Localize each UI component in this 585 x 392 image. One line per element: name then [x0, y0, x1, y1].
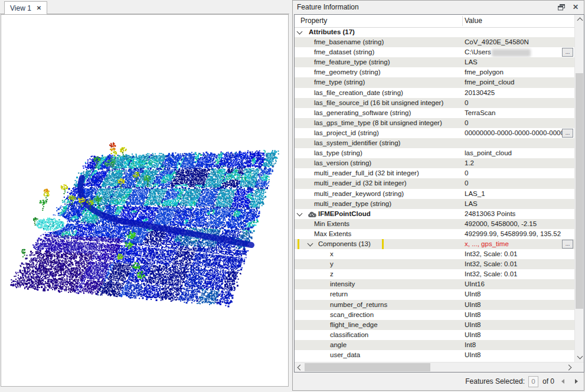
property-value: 00000000-0000-0000-0000-00000.: [465, 129, 570, 136]
next-feature-icon[interactable]: [575, 379, 578, 384]
property-value: Int32, Scale: 0.01: [465, 250, 518, 257]
property-cell: Max Extents: [295, 229, 463, 239]
property-label: user_data: [295, 350, 360, 360]
property-label: Attributes (17): [295, 27, 355, 37]
property-label: multi_reader_id (32 bit integer): [295, 178, 407, 188]
value-cell: LAS: [463, 199, 574, 209]
table-row[interactable]: las_system_identifier (string): [295, 138, 574, 148]
property-value: fme_polygon: [465, 68, 504, 76]
table-row[interactable]: number_of_returnsUInt8: [295, 300, 574, 310]
property-value: 24813063 Points: [465, 210, 515, 217]
property-cell: Min Extents: [295, 219, 463, 229]
ellipsis-button[interactable]: ...: [562, 240, 573, 249]
table-row[interactable]: intensityUInt16: [295, 279, 574, 289]
value-cell: UInt8: [463, 310, 574, 320]
property-cell: classification: [295, 330, 463, 340]
table-row[interactable]: fme_feature_type (string)LAS: [295, 57, 574, 67]
property-value: 0: [465, 119, 468, 126]
value-cell: CoV_4920E_54580N: [463, 37, 574, 47]
value-cell: 1.2: [463, 158, 574, 168]
property-value: LAS_1: [465, 190, 485, 197]
tab-close-icon[interactable]: ✕: [37, 5, 41, 11]
table-row[interactable]: las_type (string)las_point_cloud: [295, 148, 574, 158]
property-value: Int32, Scale: 0.01: [465, 260, 518, 267]
selected-count-field[interactable]: 0: [528, 376, 538, 387]
scroll-left-icon[interactable]: [295, 362, 304, 372]
value-cell: UInt8: [463, 350, 574, 360]
property-value: UInt8: [465, 321, 481, 328]
point-cloud-icon: [308, 211, 316, 219]
property-label: IFMEPointCloud: [295, 209, 371, 219]
table-row[interactable]: flight_line_edgeUInt8: [295, 320, 574, 330]
table-row[interactable]: Max Extents492999.99, 5458999.99, 135.52: [295, 229, 574, 239]
redacted-blur: [492, 49, 531, 57]
property-value: 492000, 5458000, -2.15: [465, 220, 537, 227]
table-row[interactable]: returnUInt8: [295, 289, 574, 299]
3d-view[interactable]: [1, 14, 289, 387]
table-row[interactable]: fme_basename (string)CoV_4920E_54580N: [295, 37, 574, 47]
value-cell: 0: [463, 168, 574, 178]
table-row[interactable]: multi_reader_full_id (32 bit integer)0: [295, 168, 574, 178]
property-label: fme_feature_type (string): [295, 57, 390, 67]
horizontal-scrollbar-thumb[interactable]: [305, 363, 430, 371]
table-row[interactable]: zInt32, Scale: 0.01: [295, 269, 574, 279]
property-value: UInt8: [465, 351, 481, 358]
value-cell: Int8: [463, 340, 574, 350]
table-row[interactable]: fme_type (string)fme_point_cloud: [295, 77, 574, 87]
property-value: 0: [465, 179, 468, 187]
value-cell: LAS_1: [463, 189, 574, 199]
table-row[interactable]: Attributes (17): [295, 27, 574, 37]
table-row[interactable]: multi_reader_type (string)LAS: [295, 199, 574, 209]
table-row[interactable]: las_project_id (string)00000000-0000-000…: [295, 128, 574, 138]
float-panel-icon[interactable]: [555, 2, 567, 12]
table-row[interactable]: multi_reader_keyword (string)LAS_1: [295, 189, 574, 199]
table-row[interactable]: user_dataUInt8: [295, 350, 574, 360]
table-row[interactable]: las_file_source_id (16 bit unsigned inte…: [295, 98, 574, 108]
horizontal-scrollbar[interactable]: [295, 362, 584, 372]
property-value: LAS: [465, 58, 478, 66]
table-row[interactable]: las_file_creation_date (string)20130425: [295, 88, 574, 98]
close-icon[interactable]: ✕: [570, 2, 581, 12]
property-cell: y: [295, 259, 463, 269]
table-row[interactable]: fme_dataset (string)C:\Users...: [295, 47, 574, 57]
property-label: number_of_returns: [295, 300, 387, 310]
table-row[interactable]: las_generating_software (string)TerraSca…: [295, 108, 574, 118]
table-row[interactable]: xInt32, Scale: 0.01: [295, 249, 574, 259]
scroll-up-icon[interactable]: [575, 15, 584, 24]
ellipsis-button[interactable]: ...: [562, 48, 573, 57]
property-label: las_file_creation_date (string): [295, 88, 403, 98]
table-row[interactable]: fme_geometry (string)fme_polygon: [295, 67, 574, 77]
value-cell: 00000000-0000-0000-0000-00000.: [463, 128, 574, 138]
table-row[interactable]: las_gps_time_type (8 bit unsigned intege…: [295, 118, 574, 128]
table-row[interactable]: Min Extents492000, 5458000, -2.15: [295, 219, 574, 229]
table-row[interactable]: las_version (string)1.2: [295, 158, 574, 168]
table-row[interactable]: scan_directionUInt8: [295, 310, 574, 320]
ellipsis-button[interactable]: ...: [562, 129, 573, 138]
vertical-scrollbar[interactable]: [574, 15, 584, 362]
property-label: las_gps_time_type (8 bit unsigned intege…: [295, 118, 442, 128]
table-row[interactable]: classificationUInt8: [295, 330, 574, 340]
property-value: C:\Users: [465, 48, 491, 55]
property-label: z: [295, 269, 334, 279]
scroll-down-icon[interactable]: [575, 352, 584, 362]
table-row[interactable]: multi_reader_id (32 bit integer)0: [295, 178, 574, 188]
property-value: UInt8: [465, 301, 481, 308]
scroll-right-icon[interactable]: [565, 362, 574, 372]
property-label: intensity: [295, 279, 355, 289]
property-label: Components (13): [295, 239, 371, 249]
tab-view-1[interactable]: View 1 ✕: [4, 1, 47, 14]
property-value: UInt16: [465, 280, 485, 288]
prev-feature-icon[interactable]: [561, 379, 564, 384]
table-row[interactable]: Components (13)x, ..., gps_time...: [295, 239, 574, 249]
value-cell: fme_point_cloud: [463, 77, 574, 87]
property-cell: las_type (string): [295, 148, 463, 158]
property-value: Int8: [465, 341, 476, 348]
table-row[interactable]: IFMEPointCloud24813063 Points: [295, 209, 574, 219]
property-cell: fme_basename (string): [295, 37, 463, 47]
property-value: Int32, Scale: 0.01: [465, 270, 518, 277]
table-row[interactable]: angleInt8: [295, 340, 574, 350]
column-separator[interactable]: [462, 16, 463, 26]
table-row[interactable]: yInt32, Scale: 0.01: [295, 259, 574, 269]
vertical-scrollbar-thumb[interactable]: [576, 73, 583, 309]
value-cell: 0: [463, 98, 574, 108]
